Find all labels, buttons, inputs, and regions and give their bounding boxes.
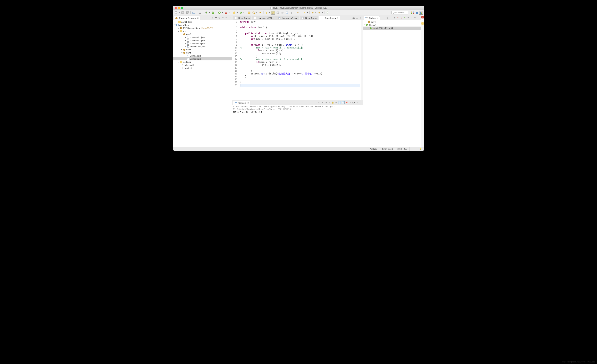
- prev-annotation-button[interactable]: [303, 11, 306, 15]
- outline-item[interactable]: day4: [363, 20, 421, 24]
- window-maximize-button[interactable]: [181, 7, 183, 9]
- hide-fields-button[interactable]: ⊞: [393, 16, 396, 19]
- editor-tab[interactable]: Demo2.java✕: [319, 16, 340, 20]
- outline-tree[interactable]: day4CDemo2Smain(String[]) : void: [363, 20, 421, 147]
- editor-tab[interactable]: Demo2.java: [233, 16, 251, 20]
- outline-minimize-button[interactable]: ▭: [414, 16, 417, 19]
- tree-item[interactable]: Homework4.java: [173, 45, 232, 48]
- tree-item[interactable]: .settings: [173, 60, 232, 63]
- back-button[interactable]: [311, 11, 315, 15]
- tree-item[interactable]: X.classpath: [173, 63, 232, 67]
- open-console-button[interactable]: ▢▾: [352, 101, 355, 104]
- code-editor[interactable]: 1234567891011121314151617181920212223 pa…: [232, 20, 363, 100]
- clear-console-button[interactable]: 🗎: [328, 101, 331, 104]
- tree-item[interactable]: day3: [173, 48, 232, 51]
- pin-console-button[interactable]: 📌: [345, 101, 348, 104]
- show-console-on-err-button[interactable]: 📄: [342, 101, 345, 104]
- external-tools-button[interactable]: [224, 11, 228, 15]
- console-output[interactable]: <terminated> Demo2 (3) [Java Application…: [232, 105, 363, 147]
- toggle-mark-button[interactable]: [258, 11, 262, 15]
- tree-item[interactable]: JRE System Library [JavaSE-11]: [173, 27, 232, 30]
- toggle-block-selection-button[interactable]: [276, 11, 280, 15]
- console-tab[interactable]: Console ✕: [233, 101, 251, 105]
- outline-maximize-button[interactable]: □: [417, 16, 420, 19]
- tree-item[interactable]: homework2.java: [173, 39, 232, 42]
- package-explorer-tree[interactable]: day01_testJavaStudyJRE System Library [J…: [173, 20, 232, 147]
- window-minimize-button[interactable]: [178, 7, 180, 9]
- word-wrap-button[interactable]: ↩: [335, 101, 338, 104]
- focus-task-button[interactable]: ◐: [218, 16, 221, 19]
- outline-tab[interactable]: Outline ✕: [364, 16, 380, 20]
- tree-item[interactable]: Demo1.java: [173, 54, 232, 57]
- window-close-button[interactable]: [175, 7, 177, 9]
- outline-item[interactable]: Smain(String[]) : void: [363, 27, 421, 30]
- tasklist-icon[interactable]: !: [421, 16, 424, 18]
- toggle-highlight-button[interactable]: [271, 11, 275, 15]
- scroll-lock-button[interactable]: 🔒: [331, 101, 334, 104]
- coverage-button[interactable]: [218, 11, 221, 15]
- display-selected-console-button[interactable]: ▭▾: [348, 101, 352, 104]
- package-explorer-tab[interactable]: Package Explorer ✕: [174, 16, 200, 20]
- run-button[interactable]: [211, 11, 215, 15]
- maximize-view-button[interactable]: □: [228, 16, 231, 19]
- hide-local-button[interactable]: ●: [403, 16, 406, 19]
- overflow-tabs[interactable]: »13: [352, 17, 355, 19]
- close-icon[interactable]: ✕: [337, 17, 338, 19]
- tree-item[interactable]: src: [173, 30, 232, 33]
- tip-icon[interactable]: 💡: [417, 147, 424, 151]
- editor-maximize-button[interactable]: □: [359, 16, 362, 19]
- box-icon[interactable]: ▢: [421, 22, 424, 25]
- tree-item[interactable]: day01_test: [173, 20, 232, 24]
- forward-button[interactable]: [317, 11, 321, 15]
- outline-item[interactable]: CDemo2: [363, 24, 421, 27]
- open-type-button[interactable]: [247, 11, 251, 15]
- remove-launch-button[interactable]: ✕: [321, 101, 324, 104]
- search-button[interactable]: [252, 11, 256, 15]
- hide-static-button[interactable]: S: [396, 16, 400, 19]
- console-minimize-button[interactable]: ▭: [355, 101, 359, 104]
- pilcrow-button[interactable]: ¶: [290, 11, 293, 15]
- java-perspective-button[interactable]: [415, 11, 419, 15]
- tree-item[interactable]: X.project: [173, 67, 232, 70]
- outline-sort-button[interactable]: ↕: [389, 16, 393, 19]
- skip-breakpoints-button[interactable]: [198, 11, 202, 15]
- at-icon[interactable]: @: [421, 19, 424, 22]
- debug-button[interactable]: [204, 11, 208, 15]
- toggle-breadcrumb-button[interactable]: [192, 11, 196, 15]
- new-package-button[interactable]: [232, 11, 236, 15]
- console-maximize-button[interactable]: □: [359, 101, 362, 104]
- tree-item[interactable]: day2: [173, 33, 232, 36]
- new-button[interactable]: [174, 11, 178, 15]
- remove-all-button[interactable]: ✕✕: [324, 101, 327, 104]
- quick-access-input[interactable]: Quick Access: [391, 11, 408, 15]
- minimize-view-button[interactable]: ▭: [225, 16, 228, 19]
- pin-editor-button[interactable]: [326, 11, 330, 15]
- show-whitespace-button[interactable]: ab: [280, 11, 284, 15]
- tree-item[interactable]: day4: [173, 51, 232, 54]
- new-class-button[interactable]: C: [239, 11, 243, 15]
- debug-perspective-button[interactable]: [419, 11, 423, 15]
- save-button[interactable]: [181, 11, 185, 15]
- outline-menu-button[interactable]: ▽: [410, 16, 413, 19]
- editor-tab[interactable]: Demo1.java: [300, 16, 319, 20]
- save-all-button[interactable]: [185, 11, 189, 15]
- tree-item[interactable]: homework1.java: [173, 36, 232, 39]
- editor-minimize-button[interactable]: ▭: [355, 16, 359, 19]
- editor-tab[interactable]: homework2.java: [276, 16, 299, 20]
- outline-focus-button[interactable]: ◐: [386, 16, 389, 19]
- tree-item[interactable]: homework3.java: [173, 42, 232, 45]
- view-menu-button[interactable]: ▽: [221, 16, 224, 19]
- open-task-button[interactable]: [265, 11, 268, 15]
- show-console-on-out-button[interactable]: 📄: [338, 101, 341, 104]
- terminate-button[interactable]: ■: [317, 101, 320, 104]
- show-selected-element-button[interactable]: [285, 11, 289, 15]
- tree-item[interactable]: JavaStudy: [173, 24, 232, 27]
- link-editor-button[interactable]: ⇄: [214, 16, 218, 19]
- tree-item[interactable]: Demo2.java: [173, 57, 232, 60]
- open-perspective-button[interactable]: [411, 11, 415, 15]
- editor-tab[interactable]: Homework1010...: [252, 16, 276, 20]
- outline-link-button[interactable]: ⇄: [407, 16, 410, 19]
- next-annotation-button[interactable]: [296, 11, 300, 15]
- collapse-all-button[interactable]: ⊟: [211, 16, 214, 19]
- hide-nonpublic-button[interactable]: ◇: [400, 16, 403, 19]
